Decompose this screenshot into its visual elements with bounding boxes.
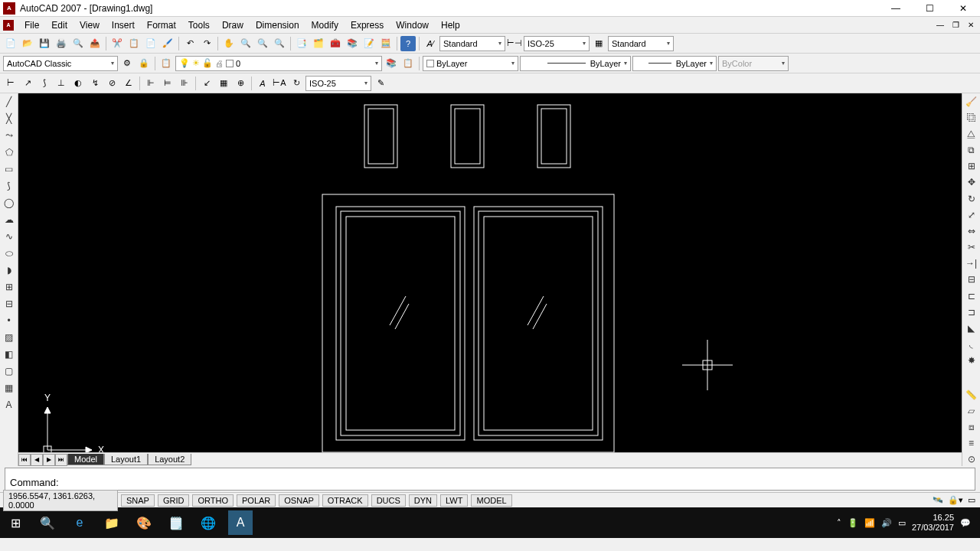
dim-style-icon[interactable]: ⊢⊣ [507,36,522,51]
arc-button[interactable]: ⟆ [2,179,16,193]
toggle-dyn[interactable]: DYN [409,494,437,507]
dim-radius-button[interactable]: ◐ [70,76,86,91]
plot-button[interactable]: 🖨️ [54,36,69,51]
toggle-osnap[interactable]: OSNAP [279,494,319,507]
mtext-button[interactable]: A [2,398,16,412]
toggle-ducs[interactable]: DUCS [371,494,406,507]
revision-cloud-button[interactable]: ☁ [2,213,16,227]
fillet-button[interactable]: ◟ [965,338,978,351]
tab-first-button[interactable]: ⏮ [18,454,31,466]
workspace-settings-button[interactable]: ⚙ [119,56,135,71]
match-properties-button[interactable]: 🖌️ [160,36,175,51]
ellipse-button[interactable]: ⬭ [2,246,16,260]
comm-center-icon[interactable]: 🛰️ [933,495,943,505]
menu-insert[interactable]: Insert [106,18,141,33]
point-button[interactable]: • [2,314,16,328]
wifi-icon[interactable]: 📶 [864,518,875,528]
line-button[interactable]: ╱ [2,95,16,109]
quickcalc-button[interactable]: 🧮 [378,36,394,51]
dim-angular-button[interactable]: ∠ [121,76,136,91]
quick-dim-button[interactable]: ⊩ [143,76,158,91]
dim-diameter-button[interactable]: ⊘ [104,76,119,91]
markup-button[interactable]: 📝 [361,36,377,51]
minimize-button[interactable]: — [879,0,913,17]
copy-obj-button[interactable]: ⿻ [965,111,978,124]
doc-minimize-button[interactable]: — [934,20,946,31]
gradient-button[interactable]: ◧ [2,347,16,361]
distance-button[interactable]: 📏 [965,388,978,401]
color-select[interactable]: ByLayer [423,56,518,71]
taskbar-clock[interactable]: 16.25 27/03/2017 [912,513,954,533]
mirror-button[interactable]: ⧋ [965,127,978,140]
tab-layout2[interactable]: Layout2 [148,454,191,465]
save-button[interactable]: 💾 [37,36,52,51]
extend-button[interactable]: →| [965,257,978,270]
menu-view[interactable]: View [74,18,106,33]
list-button[interactable]: ≡ [965,437,978,450]
paste-button[interactable]: 📄 [143,36,158,51]
polyline-button[interactable]: ⤳ [2,129,16,142]
menu-edit[interactable]: Edit [45,18,74,33]
menu-format[interactable]: Format [141,18,182,33]
copy-button[interactable]: 📋 [126,36,142,51]
tray-expand-icon[interactable]: ˄ [837,518,841,528]
drawing-canvas[interactable]: X Y [18,93,962,452]
join-button[interactable]: ⊐ [965,305,978,318]
hatch-button[interactable]: ▨ [2,331,16,344]
break-button[interactable]: ⊏ [965,289,978,302]
start-button[interactable]: ⊞ [3,510,28,535]
make-block-button[interactable]: ⊟ [2,297,16,311]
tolerance-button[interactable]: ▦ [216,76,231,91]
move-button[interactable]: ✥ [965,176,978,189]
zoom-realtime-button[interactable]: 🔍 [238,36,253,51]
drawing-area[interactable]: X Y ⏮ ◀ ▶ ⏭ Model Layout1 Layout2 [18,93,962,466]
dim-jogged-button[interactable]: ↯ [87,76,103,91]
clean-screen-icon[interactable]: ▭ [968,495,975,505]
offset-button[interactable]: ⧉ [965,144,978,157]
menu-file[interactable]: File [18,18,45,33]
chrome-icon[interactable]: 🌐 [196,510,220,535]
edge-icon[interactable]: e [67,510,92,535]
tab-next-button[interactable]: ▶ [43,454,55,466]
workspace-save-button[interactable]: 🔒 [136,56,152,71]
doc-restore-button[interactable]: ❐ [949,20,962,31]
explode-button[interactable]: ✸ [965,354,978,367]
design-center-button[interactable]: 🗂️ [311,36,326,51]
text-style-select[interactable]: Standard [439,36,505,51]
chamfer-button[interactable]: ◣ [965,321,978,334]
construction-line-button[interactable]: ╳ [2,112,16,126]
autocad-taskbar-icon[interactable]: A [228,510,253,535]
dim-aligned-button[interactable]: ↗ [20,76,35,91]
dim-style-select[interactable]: ISO-25 [524,36,590,51]
coordinates-display[interactable]: 1956.5547, 1361.6263, 0.0000 [3,490,118,511]
toggle-polar[interactable]: POLAR [237,494,276,507]
dim-linear-button[interactable]: ⊢ [3,76,18,91]
toggle-model[interactable]: MODEL [471,494,511,507]
ellipse-arc-button[interactable]: ◗ [2,263,16,277]
dim-text-edit-button[interactable]: ⊢A [272,76,287,91]
trim-button[interactable]: ✂ [965,241,978,254]
layer-previous-button[interactable]: 📚 [384,56,399,71]
paint-icon[interactable]: 🎨 [132,510,156,535]
dim-baseline-button[interactable]: ⊨ [160,76,175,91]
volume-icon[interactable]: 🔊 [881,518,892,528]
undo-button[interactable]: ↶ [182,36,198,51]
lineweight-select[interactable]: ByLayer [632,56,717,71]
erase-button[interactable]: 🧹 [965,95,978,108]
lock-ui-icon[interactable]: 🔒▾ [948,495,963,505]
search-button[interactable]: 🔍 [35,510,60,535]
dim-continue-button[interactable]: ⊪ [177,76,192,91]
close-button[interactable]: ✕ [946,0,980,17]
dim-style-button[interactable]: ✎ [373,76,388,91]
rotate-button[interactable]: ↻ [965,192,978,205]
battery-icon[interactable]: 🔋 [848,518,858,528]
text-style-icon[interactable]: A⁄ [423,36,438,51]
table-style-icon[interactable]: ▦ [591,36,606,51]
dim-style-current-select[interactable]: ISO-25 [305,76,371,91]
dim-update-button[interactable]: ↻ [289,76,304,91]
scale-button[interactable]: ⤢ [965,208,978,221]
locate-point-button[interactable]: ⊙ [965,453,978,466]
linetype-select[interactable]: ByLayer [520,56,631,71]
menu-express[interactable]: Express [345,18,390,33]
rectangle-button[interactable]: ▭ [2,162,16,176]
